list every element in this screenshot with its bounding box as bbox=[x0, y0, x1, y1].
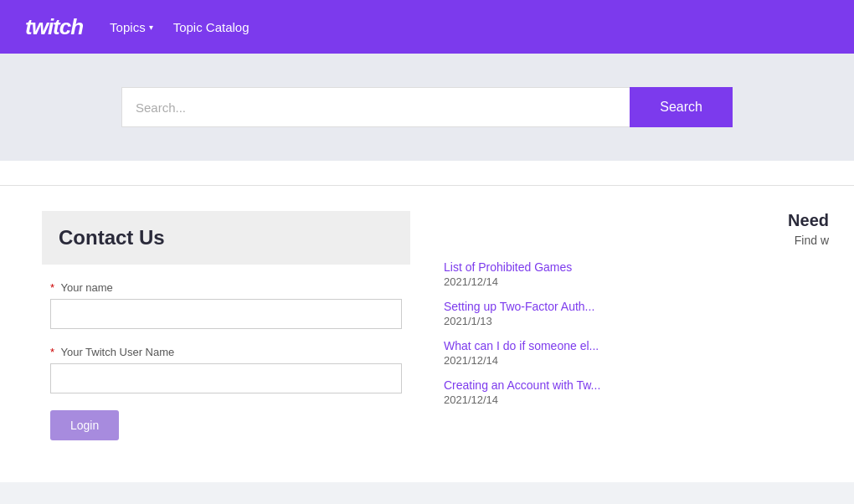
sidebar-date-2: 2021/1/13 bbox=[444, 315, 829, 327]
list-item: Creating an Account with Tw... 2021/12/1… bbox=[444, 378, 829, 406]
search-input[interactable] bbox=[121, 87, 630, 127]
sidebar-link-3[interactable]: What can I do if someone el... bbox=[444, 339, 829, 352]
search-button[interactable]: Search bbox=[630, 87, 733, 127]
contact-body: * Your name * Your Twitch User Name Logi… bbox=[42, 265, 410, 457]
sidebar-link-4[interactable]: Creating an Account with Tw... bbox=[444, 378, 829, 392]
sidebar-date-3: 2021/12/14 bbox=[444, 354, 829, 367]
name-label: * Your name bbox=[50, 281, 402, 294]
list-item: Setting up Two-Factor Auth... 2021/1/13 bbox=[444, 300, 829, 327]
login-button[interactable]: Login bbox=[50, 410, 119, 440]
name-form-group: * Your name bbox=[50, 281, 402, 329]
sidebar-date-4: 2021/12/14 bbox=[444, 393, 829, 406]
topics-nav-item[interactable]: Topics ▾ bbox=[110, 20, 153, 34]
topic-catalog-nav-item[interactable]: Topic Catalog bbox=[173, 20, 250, 34]
list-item: What can I do if someone el... 2021/12/1… bbox=[444, 339, 829, 367]
contact-title: Contact Us bbox=[59, 226, 394, 249]
search-section: Search bbox=[0, 54, 854, 161]
name-label-text: Your name bbox=[60, 281, 112, 294]
sidebar: Need Find w List of Prohibited Games 202… bbox=[435, 211, 829, 457]
contact-panel: Contact Us * Your name * Your Twitch Use… bbox=[42, 211, 410, 457]
sidebar-need-title: Need bbox=[444, 211, 829, 230]
username-label: * Your Twitch User Name bbox=[50, 346, 402, 358]
topics-chevron-icon: ▾ bbox=[149, 23, 153, 32]
header: twitch Topics ▾ Topic Catalog bbox=[0, 0, 854, 54]
main-nav: Topics ▾ Topic Catalog bbox=[110, 20, 249, 34]
main-content: Contact Us * Your name * Your Twitch Use… bbox=[0, 186, 854, 482]
username-form-group: * Your Twitch User Name bbox=[50, 346, 402, 393]
username-required-star: * bbox=[50, 346, 54, 358]
sidebar-link-2[interactable]: Setting up Two-Factor Auth... bbox=[444, 300, 829, 313]
name-required-star: * bbox=[50, 281, 54, 294]
username-input[interactable] bbox=[50, 363, 402, 393]
search-container: Search bbox=[121, 87, 733, 127]
logo: twitch bbox=[25, 14, 83, 40]
sidebar-date-1: 2021/12/14 bbox=[444, 275, 829, 288]
topic-catalog-label: Topic Catalog bbox=[173, 20, 250, 34]
divider bbox=[0, 161, 854, 186]
topics-label: Topics bbox=[110, 20, 146, 34]
contact-header: Contact Us bbox=[42, 211, 410, 265]
sidebar-link-1[interactable]: List of Prohibited Games bbox=[444, 260, 829, 274]
sidebar-find-text: Find w bbox=[444, 234, 829, 247]
name-input[interactable] bbox=[50, 299, 402, 329]
username-label-text: Your Twitch User Name bbox=[60, 346, 174, 358]
list-item: List of Prohibited Games 2021/12/14 bbox=[444, 260, 829, 288]
